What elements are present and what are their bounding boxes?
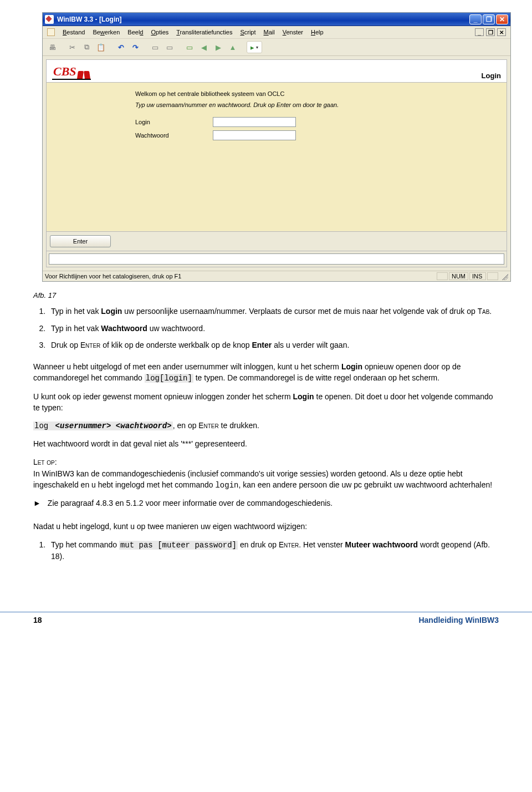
- steps-list: Typ in het vak Login uw persoonlijke use…: [33, 306, 499, 351]
- status-hint: Voor Richtlijnen voor het catalogiseren,…: [45, 273, 181, 280]
- statusbar: Voor Richtlijnen voor het catalogiseren,…: [43, 271, 510, 281]
- page-footer: 18 Handleiding WinIBW3: [0, 612, 532, 625]
- run-dropdown[interactable]: ▸▾: [247, 41, 262, 53]
- step-1: Typ in het vak Login uw persoonlijke use…: [48, 306, 499, 317]
- page-number: 18: [33, 616, 42, 625]
- mdi-controls: _ ❐ ✕: [475, 28, 506, 36]
- menu-bestand[interactable]: Bestand: [63, 29, 85, 35]
- instruction-text: Typ uw usernaam/nummer en wachtwoord. Dr…: [135, 101, 498, 108]
- para-warning: Let op: In WinIBW3 kan de commandogeschi…: [33, 456, 499, 491]
- see-also: ►Zie paragraaf 4.8.3 en 5.1.2 voor meer …: [33, 497, 499, 509]
- para-logout: Wanneer u hebt uitgelogd of met een ande…: [33, 361, 499, 384]
- new-icon[interactable]: ▭: [183, 41, 196, 53]
- cbs-logo: CBS: [52, 64, 91, 80]
- status-num: NUM: [449, 272, 468, 280]
- doc1-icon[interactable]: ▭: [149, 41, 161, 53]
- cut-icon[interactable]: ✂: [66, 41, 78, 53]
- nav-fwd-icon[interactable]: ▶: [212, 41, 224, 53]
- app-window: WinIBW 3.3 - [Login] _ ❐ ✕ Bestand Bewer…: [42, 12, 511, 282]
- redo-icon[interactable]: ↷: [129, 41, 141, 53]
- mdi-close-button[interactable]: ✕: [497, 28, 506, 36]
- para-relogin: U kunt ook op ieder gewenst moment opnie…: [33, 391, 499, 414]
- status-slot-4: [487, 272, 498, 280]
- step-3: Druk op Enter of klik op de onderste wer…: [48, 339, 499, 351]
- menubar: Bestand Bewerken Beeld Opties Transliter…: [43, 26, 510, 39]
- menu-venster[interactable]: Venster: [283, 29, 303, 35]
- toolbar: 🖶 ✂ ⧉ 📋 ↶ ↷ ▭ ▭ ▭ ◀ ▶ ▲ ▸▾: [43, 39, 510, 56]
- footer-brand: Handleiding WinIBW3: [418, 616, 499, 625]
- nav-back-icon[interactable]: ◀: [198, 41, 210, 53]
- welcome-text: Welkom op het centrale bibliotheek syste…: [135, 90, 498, 97]
- figure-caption: Afb. 17: [33, 291, 499, 301]
- password-input[interactable]: [213, 130, 296, 140]
- para-change-pw: Nadat u hebt ingelogd, kunt u op twee ma…: [33, 521, 499, 532]
- menu-beeld[interactable]: Beeld: [127, 29, 143, 35]
- menu-mail[interactable]: Mail: [264, 29, 275, 35]
- para-stars: Het wachtwoord wordt in dat geval niet a…: [33, 438, 499, 449]
- status-slot-1: [437, 272, 448, 280]
- substep-1: Typ het commando mut pas [muteer passwor…: [48, 539, 499, 562]
- mdi-minimize-button[interactable]: _: [475, 28, 484, 36]
- print-icon[interactable]: 🖶: [46, 41, 58, 53]
- login-input[interactable]: [213, 117, 296, 127]
- undo-icon[interactable]: ↶: [115, 41, 127, 53]
- login-header: Login: [482, 72, 503, 80]
- content-area: CBS Login Welkom op het centrale bibliot…: [43, 56, 510, 271]
- enter-button[interactable]: Enter: [50, 235, 111, 247]
- menu-opties[interactable]: Opties: [151, 29, 168, 35]
- file-icon: [47, 28, 55, 36]
- window-title: WinIBW 3.3 - [Login]: [57, 16, 122, 23]
- menu-help[interactable]: Help: [311, 29, 324, 35]
- copy-icon[interactable]: ⧉: [80, 41, 93, 53]
- mdi-restore-button[interactable]: ❐: [486, 28, 495, 36]
- command-example: log <usernummer> <wachtwoord>, en op Ent…: [33, 420, 499, 431]
- nav-up-icon[interactable]: ▲: [227, 41, 239, 53]
- status-ins: INS: [469, 272, 486, 280]
- close-button[interactable]: ✕: [496, 14, 508, 24]
- maximize-button[interactable]: ❐: [483, 14, 495, 24]
- login-panel: Welkom op het centrale bibliotheek syste…: [46, 82, 507, 232]
- step-2: Typ in het vak Wachtwoord uw wachtwoord.: [48, 323, 499, 334]
- menu-bewerken[interactable]: Bewerken: [93, 29, 120, 35]
- resize-grip-icon[interactable]: [500, 272, 508, 280]
- password-label: Wachtwoord: [135, 132, 180, 139]
- command-input[interactable]: [49, 253, 504, 265]
- login-label: Login: [135, 119, 180, 125]
- app-icon: [45, 15, 54, 24]
- minimize-button[interactable]: _: [469, 14, 482, 24]
- titlebar: WinIBW 3.3 - [Login] _ ❐ ✕: [43, 13, 510, 26]
- substeps-list: Typ het commando mut pas [muteer passwor…: [33, 539, 499, 562]
- menu-script[interactable]: Script: [240, 29, 255, 35]
- menu-translit[interactable]: Transliteratiefuncties: [176, 29, 232, 35]
- paste-icon[interactable]: 📋: [95, 41, 107, 53]
- doc2-icon[interactable]: ▭: [163, 41, 176, 53]
